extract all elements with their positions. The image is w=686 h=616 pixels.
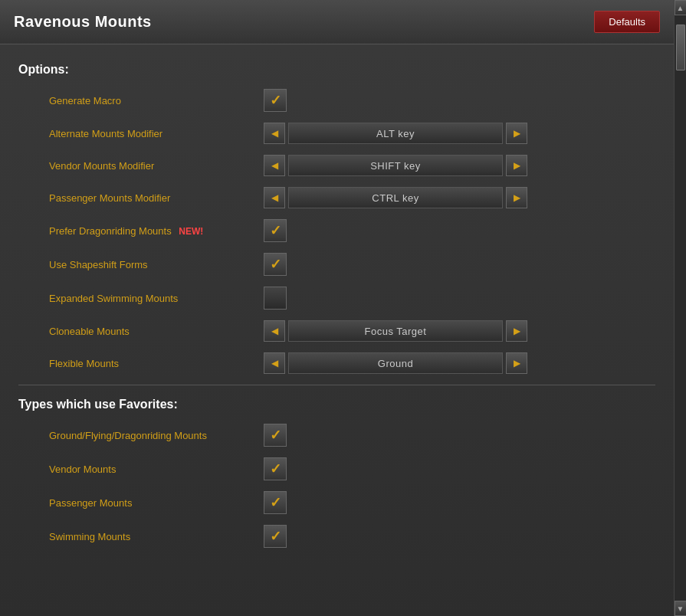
option-row-prefer-dragonriding: Prefer Dragonriding Mounts NEW! [18,219,655,242]
flexible-label: Flexible Mounts [49,358,264,369]
vendor-fav-label: Vendor Mounts [49,464,264,475]
alternate-mounts-value: ALT key [288,123,503,144]
scrollbar-up-button[interactable]: ▲ [675,0,687,15]
option-row-alternate-mounts: Alternate Mounts Modifier ◀ ALT key ▶ [18,123,655,144]
alternate-mounts-control: ◀ ALT key ▶ [264,123,527,144]
cloneable-next[interactable]: ▶ [506,320,527,342]
vendor-mounts-control: ◀ SHIFT key ▶ [264,155,527,176]
passenger-mounts-label: Passenger Mounts Modifier [49,192,264,204]
flexible-prev[interactable]: ◀ [264,352,285,374]
shapeshift-checkbox[interactable] [264,253,287,276]
flexible-value: Ground [288,352,503,374]
option-row-passenger-mounts: Passenger Mounts Modifier ◀ CTRL key ▶ [18,187,655,208]
ground-flying-label: Ground/Flying/Dragonriding Mounts [49,430,264,441]
flexible-control: ◀ Ground ▶ [264,352,527,374]
option-row-expanded-swimming: Expanded Swimming Mounts [18,287,655,310]
generate-macro-label: Generate Macro [49,95,264,106]
page-title: Ravenous Mounts [14,13,152,31]
prefer-dragonriding-checkbox[interactable] [264,219,287,242]
title-bar: Ravenous Mounts Defaults [0,0,674,44]
passenger-mounts-value: CTRL key [288,187,503,208]
swimming-fav-checkbox[interactable] [264,525,287,548]
alternate-mounts-next[interactable]: ▶ [506,123,527,144]
option-row-shapeshift: Use Shapeshift Forms [18,253,655,276]
passenger-fav-checkbox[interactable] [264,491,287,514]
option-row-vendor-fav: Vendor Mounts [18,457,655,480]
generate-macro-checkbox[interactable] [264,89,287,112]
option-row-generate-macro: Generate Macro [18,89,655,112]
option-row-ground-flying: Ground/Flying/Dragonriding Mounts [18,424,655,447]
vendor-fav-checkbox[interactable] [264,457,287,480]
passenger-mounts-control: ◀ CTRL key ▶ [264,187,527,208]
vendor-mounts-prev[interactable]: ◀ [264,155,285,176]
expanded-swimming-label: Expanded Swimming Mounts [49,293,264,304]
option-row-vendor-mounts: Vendor Mounts Modifier ◀ SHIFT key ▶ [18,155,655,176]
scrollbar-down-button[interactable]: ▼ [675,601,687,616]
option-row-cloneable: Cloneable Mounts ◀ Focus Target ▶ [18,320,655,342]
option-row-flexible: Flexible Mounts ◀ Ground ▶ [18,352,655,374]
section-separator [18,385,655,385]
passenger-mounts-prev[interactable]: ◀ [264,187,285,208]
option-row-swimming-fav: Swimming Mounts [18,525,655,548]
cloneable-prev[interactable]: ◀ [264,320,285,342]
vendor-mounts-next[interactable]: ▶ [506,155,527,176]
alternate-mounts-prev[interactable]: ◀ [264,123,285,144]
scrollbar-track-area[interactable] [675,15,686,601]
new-badge: NEW! [179,226,203,237]
defaults-button[interactable]: Defaults [594,11,660,33]
prefer-dragonriding-label: Prefer Dragonriding Mounts NEW! [49,225,264,237]
option-row-passenger-fav: Passenger Mounts [18,491,655,514]
alternate-mounts-label: Alternate Mounts Modifier [49,128,264,139]
main-panel: Ravenous Mounts Defaults Options: Genera… [0,0,674,616]
passenger-mounts-next[interactable]: ▶ [506,187,527,208]
expanded-swimming-checkbox[interactable] [264,287,287,310]
swimming-fav-label: Swimming Mounts [49,531,264,542]
cloneable-control: ◀ Focus Target ▶ [264,320,527,342]
options-section-title: Options: [18,63,655,77]
cloneable-label: Cloneable Mounts [49,326,264,337]
scrollbar-thumb[interactable] [676,25,685,70]
shapeshift-label: Use Shapeshift Forms [49,259,264,270]
scrollbar: ▲ ▼ [674,0,686,616]
ground-flying-checkbox[interactable] [264,424,287,447]
favorites-section-title: Types which use Favorites: [18,398,655,411]
flexible-next[interactable]: ▶ [506,352,527,374]
cloneable-value: Focus Target [288,320,503,342]
content-area: Options: Generate Macro Alternate Mounts… [0,44,674,616]
vendor-mounts-value: SHIFT key [288,155,503,176]
vendor-mounts-label: Vendor Mounts Modifier [49,160,264,172]
passenger-fav-label: Passenger Mounts [49,497,264,509]
